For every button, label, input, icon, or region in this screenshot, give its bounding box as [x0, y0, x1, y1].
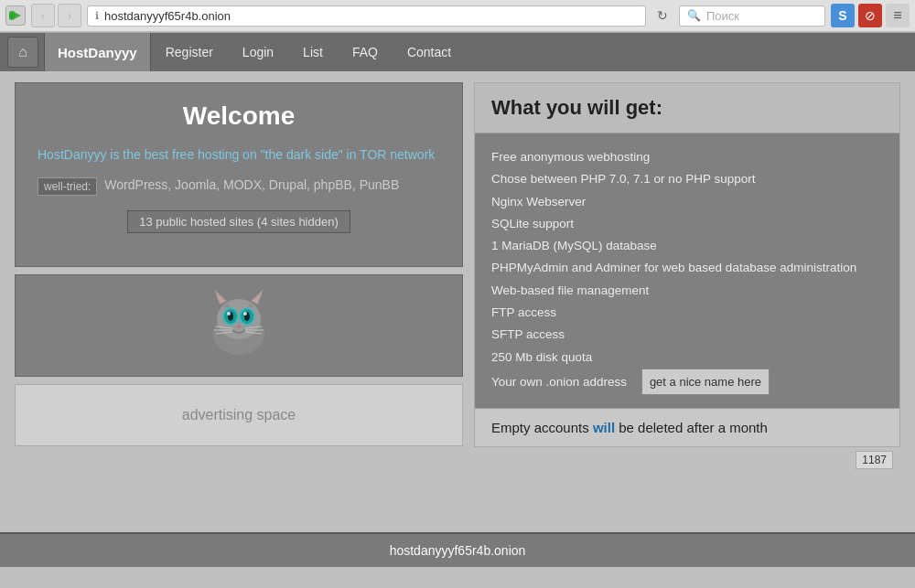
- ext-s-icon[interactable]: S: [831, 4, 855, 27]
- feature-item-5: PHPMyAdmin and Adminer for web based dat…: [491, 257, 883, 279]
- feature-item-6: Web-based file management: [491, 280, 883, 302]
- welcome-box: Welcome HostDanyyy is the best free host…: [15, 82, 463, 267]
- feature-item-1: Chose between PHP 7.0, 7.1 or no PHP sup…: [491, 168, 883, 190]
- features-list: Free anonymous webhosting Chose between …: [475, 134, 899, 408]
- advertising-text: advertising space: [182, 407, 296, 422]
- svg-marker-2: [16, 13, 21, 18]
- page-footer: hostdanyyyf65r4b.onion: [0, 532, 915, 567]
- feature-item-9: 250 Mb disk quota: [491, 347, 883, 369]
- browser-menu-icon[interactable]: ≡: [886, 4, 910, 27]
- features-header-text: What you will get:: [491, 96, 662, 119]
- search-icon: 🔍: [687, 9, 701, 22]
- ext-circle-icon[interactable]: ⊘: [858, 4, 882, 27]
- feature-item-10: Your own .onion address get a nice name …: [491, 369, 883, 395]
- cat-box: [15, 274, 463, 377]
- footer-text: hostdanyyyf65r4b.onion: [390, 543, 526, 558]
- well-tried-row: well-tried: WordPress, Joomla, MODX, Dru…: [38, 177, 440, 196]
- address-bar[interactable]: ℹ hostdanyyyf65r4b.onion: [87, 5, 646, 27]
- right-panel: What you will get: Free anonymous webhos…: [474, 82, 900, 447]
- back-button[interactable]: ‹: [31, 4, 55, 27]
- svg-point-13: [227, 312, 231, 315]
- sites-badge: 13 public hosted sites (4 sites hidden): [127, 210, 350, 233]
- reload-button[interactable]: ↻: [651, 5, 673, 27]
- info-icon: ℹ: [95, 10, 99, 22]
- url-text: hostdanyyyf65r4b.onion: [104, 9, 638, 23]
- advertising-box: advertising space: [15, 384, 463, 446]
- counter-badge: 1187: [856, 451, 893, 469]
- feature-item-0: Free anonymous webhosting: [491, 146, 883, 168]
- svg-point-14: [243, 312, 247, 315]
- extension-icons: S ⊘ ≡: [831, 4, 910, 27]
- feature-item-8: SFTP access: [491, 324, 883, 346]
- cheshire-cat-image: [198, 284, 280, 367]
- warning-box: Empty accounts will be deleted after a m…: [475, 408, 899, 446]
- feature-item-3: SQLite support: [491, 213, 883, 235]
- nav-faq[interactable]: FAQ: [338, 33, 393, 71]
- search-placeholder: Поиск: [706, 9, 739, 23]
- nav-list[interactable]: List: [288, 33, 338, 71]
- nav-login[interactable]: Login: [228, 33, 288, 71]
- forward-button[interactable]: ›: [58, 4, 81, 27]
- well-tried-badge: well-tried:: [38, 177, 97, 196]
- browser-toolbar: ‹ › ℹ hostdanyyyf65r4b.onion ↻ 🔍 Поиск S…: [0, 0, 915, 32]
- nav-brand[interactable]: HostDanyyy: [44, 33, 151, 71]
- counter-row: 1187: [15, 447, 900, 473]
- browser-chrome: ‹ › ℹ hostdanyyyf65r4b.onion ↻ 🔍 Поиск S…: [0, 0, 915, 33]
- main-grid: Welcome HostDanyyy is the best free host…: [15, 82, 900, 447]
- nav-bar: ⌂ HostDanyyy Register Login List FAQ Con…: [0, 33, 915, 71]
- features-header: What you will get:: [475, 83, 899, 134]
- feature-item-7: FTP access: [491, 302, 883, 324]
- nav-buttons: ‹ ›: [31, 4, 81, 27]
- well-tried-apps: WordPress, Joomla, MODX, Drupal, phpBB, …: [104, 177, 399, 192]
- left-panel: Welcome HostDanyyy is the best free host…: [15, 82, 463, 447]
- home-button[interactable]: ⌂: [7, 37, 38, 68]
- browser-app-menu[interactable]: [5, 5, 26, 26]
- welcome-description: HostDanyyy is the best free hosting on "…: [38, 145, 440, 165]
- page-content: Welcome HostDanyyy is the best free host…: [0, 71, 915, 529]
- nav-contact[interactable]: Contact: [393, 33, 466, 71]
- feature-item-4: 1 MariaDB (MySQL) database: [491, 235, 883, 257]
- search-bar[interactable]: 🔍 Поиск: [679, 5, 825, 27]
- nav-register[interactable]: Register: [151, 33, 228, 71]
- sites-badge-wrapper: 13 public hosted sites (4 sites hidden): [38, 210, 440, 233]
- feature-item-2: Nginx Webserver: [491, 191, 883, 213]
- nice-name-button[interactable]: get a nice name here: [641, 369, 770, 395]
- svg-point-1: [9, 13, 15, 18]
- welcome-title: Welcome: [38, 102, 440, 131]
- warning-text: Empty accounts will be deleted after a m…: [491, 420, 768, 435]
